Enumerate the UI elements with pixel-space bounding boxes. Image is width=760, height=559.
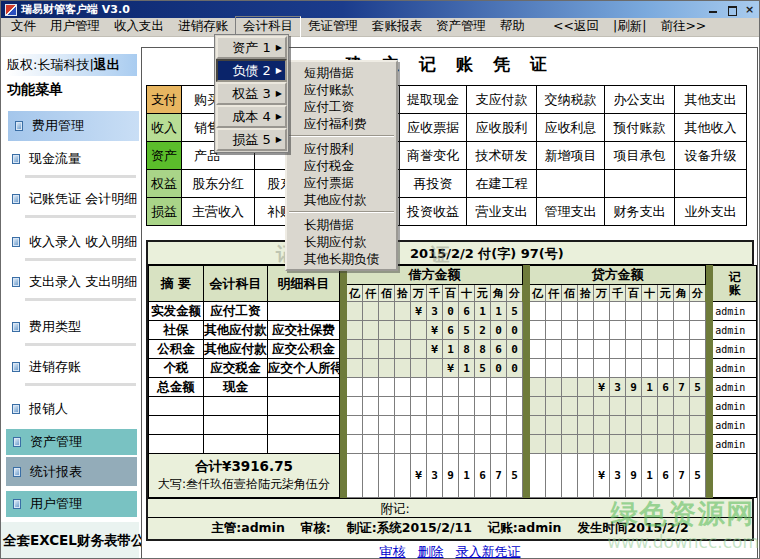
- sidebar-item[interactable]: 记账凭证 会计明细: [1, 188, 139, 210]
- col-header-credit: 贷方金额: [530, 266, 706, 285]
- submenu-item[interactable]: 其他应付款: [287, 191, 396, 208]
- credit-amount-cell: [626, 416, 642, 435]
- debit-amount-cell: [363, 340, 379, 359]
- grid-button-cell[interactable]: 其他收入: [675, 114, 747, 142]
- menu-item[interactable]: 帮助: [493, 17, 532, 37]
- menu-item[interactable]: 文件: [4, 17, 43, 37]
- sidebar-item[interactable]: 报销人: [1, 398, 139, 420]
- sidebar-item[interactable]: 支出录入 支出明细: [1, 271, 139, 293]
- dropdown-item[interactable]: 损益 5▶: [216, 128, 287, 151]
- menu-nav-item[interactable]: <<返回: [546, 17, 606, 37]
- submenu-item[interactable]: 长期借据: [287, 216, 396, 233]
- credit-amount-cell: [674, 359, 690, 378]
- bullet-icon: [13, 499, 21, 509]
- menu-nav-item[interactable]: 前往>>: [653, 17, 713, 37]
- menu-item[interactable]: 资产管理: [429, 17, 493, 37]
- grid-button-cell[interactable]: 技术研发: [467, 142, 537, 170]
- grid-button-cell[interactable]: 商誉变化: [400, 142, 467, 170]
- submenu-item[interactable]: 应付票据: [287, 174, 396, 191]
- grid-button-cell[interactable]: 营业支出: [467, 198, 537, 226]
- grid-row-header: 资产: [147, 142, 182, 170]
- credit-amount-cell: [530, 378, 546, 397]
- grid-button-cell[interactable]: 其他支出: [675, 86, 747, 114]
- sidebar-item[interactable]: 费用类型: [1, 316, 139, 338]
- grid-button-cell[interactable]: 应收利息: [537, 114, 605, 142]
- grid-button-cell[interactable]: 提取现金: [400, 86, 467, 114]
- credit-amount-cell: [530, 416, 546, 435]
- grid-button-cell[interactable]: 支应付款: [467, 86, 537, 114]
- submenu-item[interactable]: 应付股利: [287, 140, 396, 157]
- grid-button-cell[interactable]: 再投资: [400, 170, 467, 198]
- unit-header-cell: 佰: [379, 285, 395, 302]
- menu-item[interactable]: 用户管理: [43, 17, 107, 37]
- sidebar-item[interactable]: 现金流量: [1, 148, 139, 170]
- clerk-cell: admin: [713, 340, 757, 359]
- dropdown-item[interactable]: 成本 4▶: [216, 105, 287, 128]
- total-credit-cell: 7: [674, 454, 690, 498]
- app-icon: [5, 4, 17, 16]
- grid-button-cell[interactable]: 管理支出: [537, 198, 605, 226]
- grid-button-cell[interactable]: 在建工程: [467, 170, 537, 198]
- debit-amount-cell: [379, 359, 395, 378]
- sidebar-item[interactable]: 费用管理: [8, 111, 139, 141]
- credit-amount-cell: [658, 321, 674, 340]
- grid-button-cell[interactable]: 业外支出: [675, 198, 747, 226]
- credit-amount-cell: [562, 340, 578, 359]
- grid-button-cell[interactable]: 应收股利: [467, 114, 537, 142]
- voucher-form: 记 账 凭 证 2015/2/2 付(字) 97(号) 摘 要会计科目明细科目借…: [146, 240, 754, 541]
- unit-header-cell: 千: [610, 285, 626, 302]
- credit-amount-cell: [658, 397, 674, 416]
- submenu-item[interactable]: 应付账款: [287, 81, 396, 98]
- grid-button-cell[interactable]: 设备升级: [675, 142, 747, 170]
- submenu-item[interactable]: 应付工资: [287, 98, 396, 115]
- grid-button-cell[interactable]: 应收票据: [400, 114, 467, 142]
- credit-amount-cell: 7: [674, 378, 690, 397]
- menu-item[interactable]: 收入支出: [107, 17, 171, 37]
- grid-button-cell[interactable]: 预付账款: [605, 114, 675, 142]
- grid-button-cell: [675, 170, 747, 198]
- menu-item[interactable]: 套账报表: [365, 17, 429, 37]
- restore-icon[interactable]: [726, 4, 737, 15]
- submenu-item[interactable]: 短期借据: [287, 64, 396, 81]
- sidebar-item[interactable]: 资产管理: [6, 429, 137, 455]
- grid-button-cell[interactable]: 项目承包: [605, 142, 675, 170]
- total-debit-cell: [395, 454, 411, 498]
- dropdown-item[interactable]: 负债 2▶: [216, 59, 287, 82]
- sidebar-item[interactable]: 收入录入 收入明细: [1, 231, 139, 253]
- action-link[interactable]: 删除: [418, 544, 444, 559]
- close-icon[interactable]: ×: [744, 4, 755, 15]
- grid-button-cell[interactable]: 投资收益: [400, 198, 467, 226]
- menu-nav-item[interactable]: |刷新|: [606, 17, 653, 37]
- sidebar-item[interactable]: 进销存账: [1, 356, 139, 378]
- credit-amount-cell: [674, 416, 690, 435]
- sidebar-item[interactable]: 统计报表: [6, 457, 137, 486]
- debit-amount-cell: [347, 378, 363, 397]
- submenu-item[interactable]: 其他长期负债: [287, 250, 396, 267]
- credit-amount-cell: [546, 435, 562, 454]
- debit-amount-cell: [411, 378, 427, 397]
- submenu-item[interactable]: 长期应付款: [287, 233, 396, 250]
- dropdown-item[interactable]: 权益 3▶: [216, 82, 287, 105]
- action-link[interactable]: 录入新凭证: [456, 544, 521, 559]
- grid-button-cell[interactable]: 新增项目: [537, 142, 605, 170]
- grid-button-cell[interactable]: 办公支出: [605, 86, 675, 114]
- unit-header-cell: 千: [427, 285, 443, 302]
- sidebar-footer-excel[interactable]: 全套EXCEL财务表带公式: [1, 522, 139, 559]
- menubar: 文件用户管理收入支出进销存账会计科目凭证管理套账报表资产管理帮助<<返回|刷新|…: [1, 18, 759, 37]
- grid-button-cell[interactable]: 财务支出: [605, 198, 675, 226]
- submenu-item[interactable]: 应付福利费: [287, 115, 396, 132]
- action-link[interactable]: 审核: [380, 544, 406, 559]
- minimize-icon[interactable]: [708, 4, 719, 15]
- grid-button-cell[interactable]: 交纳税款: [537, 86, 605, 114]
- grid-button-cell[interactable]: 股东分红: [182, 170, 255, 198]
- debit-amount-cell: [411, 397, 427, 416]
- sidebar-item[interactable]: 用户管理: [6, 491, 137, 517]
- divider-band: [340, 340, 347, 359]
- debit-amount-cell: [491, 397, 507, 416]
- menu-item[interactable]: 凭证管理: [301, 17, 365, 37]
- voucher-data-row: 公积金其他应付款应交公积金¥18860admin: [149, 340, 757, 359]
- sidebar-item-label: 统计报表: [30, 463, 82, 481]
- dropdown-item[interactable]: 资产 1▶: [216, 36, 287, 59]
- submenu-item[interactable]: 应付税金: [287, 157, 396, 174]
- grid-button-cell[interactable]: 主营收入: [182, 198, 255, 226]
